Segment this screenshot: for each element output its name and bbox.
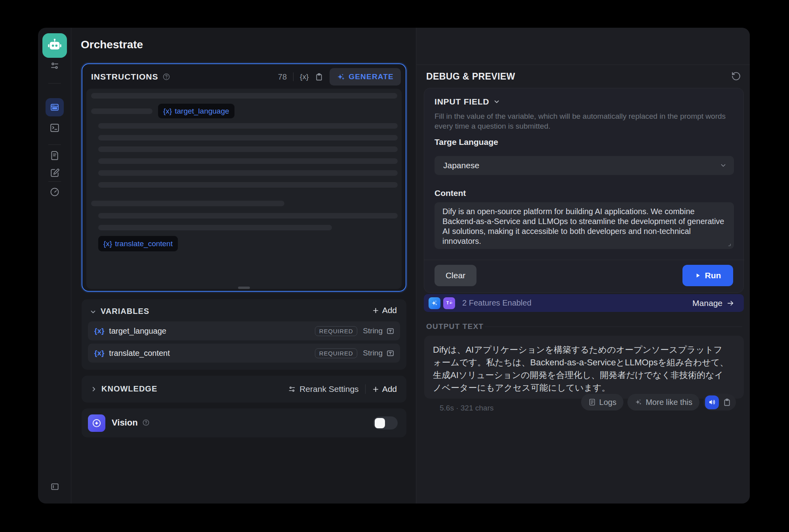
skeleton-bar (91, 93, 397, 99)
sidebar-divider (48, 83, 61, 84)
variable-icon: {x} (94, 349, 104, 357)
add-label: Add (382, 384, 397, 394)
sidebar (38, 28, 71, 504)
more-like-this-button[interactable]: More like this (627, 394, 699, 410)
variables-title: VARIABLES (101, 307, 149, 316)
more-like-this-label: More like this (646, 398, 692, 407)
logs-button[interactable]: Logs (581, 394, 623, 410)
toggle-knob (375, 418, 385, 428)
string-type-icon (386, 349, 394, 357)
prompt-editor[interactable]: {x} target_language {x} translate_conten… (86, 89, 402, 289)
speaker-button[interactable] (705, 395, 719, 409)
string-type-icon (386, 327, 394, 335)
copy-output-icon[interactable] (723, 398, 731, 407)
skeleton-bar (98, 213, 398, 218)
skeleton-bar (98, 182, 398, 188)
content-textarea[interactable]: Dify is an open-source platform for buil… (435, 202, 734, 249)
skeleton-bar (98, 135, 398, 141)
char-count: 78 (278, 72, 287, 82)
manage-label: Manage (692, 298, 722, 308)
input-field-title: INPUT FIELD (435, 97, 489, 106)
input-field-description: Fill in the value of the variable, which… (435, 111, 732, 131)
vision-feature-icon (88, 414, 105, 432)
variables-section: VARIABLES Add {x} target_language REQUIR… (82, 299, 406, 370)
skeleton-bar (98, 170, 398, 176)
sidebar-item-monitoring[interactable] (50, 187, 60, 197)
variable-chip[interactable]: {x} translate_content (98, 236, 178, 251)
variable-icon: {x} (103, 239, 112, 248)
input-field-card: INPUT FIELD Fill in the value of the var… (424, 88, 744, 293)
logs-label: Logs (599, 398, 616, 407)
clear-label: Clear (446, 271, 465, 280)
sidebar-item-terminal[interactable] (50, 123, 60, 133)
variable-icon: {x} (94, 327, 104, 335)
generate-button[interactable]: GENERATE (330, 68, 401, 86)
target-language-select[interactable]: Japanese (435, 156, 734, 175)
chevron-right-icon[interactable] (90, 386, 97, 393)
variable-name: target_language (109, 327, 166, 336)
add-knowledge-button[interactable]: Add (372, 384, 397, 394)
chevron-down-icon[interactable] (493, 98, 500, 105)
sidebar-item-logs[interactable] (50, 150, 60, 161)
skeleton-bar (98, 158, 398, 164)
knowledge-title: KNOWLEDGE (101, 384, 157, 393)
sidebar-item-annotation[interactable] (50, 168, 60, 178)
vision-title: Vision (112, 418, 138, 428)
add-label: Add (382, 306, 397, 315)
textarea-resize-icon (726, 241, 732, 247)
content-label: Content (435, 188, 466, 198)
help-icon[interactable] (142, 419, 150, 426)
variable-row[interactable]: {x} translate_content REQUIRED String (88, 344, 400, 363)
variable-chip-label: translate_content (115, 239, 173, 248)
features-enabled-text: 2 Features Enabled (462, 298, 532, 308)
chevron-down-icon (720, 162, 727, 169)
page-title: Orchestrate (81, 38, 143, 51)
instructions-panel: INSTRUCTIONS 78 {x} (82, 63, 406, 292)
sparkles-icon (337, 73, 345, 81)
tts-feature-icon: T (443, 297, 455, 309)
topbar-bottom-border (416, 65, 750, 65)
model-settings-icon[interactable] (50, 61, 59, 70)
skeleton-bar (91, 108, 152, 114)
moderation-feature-icon (429, 297, 440, 309)
variable-icon: {x} (163, 107, 172, 116)
skeleton-bar (98, 225, 332, 230)
skeleton-bar (91, 201, 284, 206)
copy-icon[interactable] (315, 73, 323, 81)
debug-title: DEBUG & PREVIEW (426, 71, 515, 82)
generate-label: GENERATE (349, 72, 394, 81)
audio-button-group (703, 394, 736, 410)
app-logo[interactable] (42, 33, 67, 58)
variable-row[interactable]: {x} target_language REQUIRED String (88, 321, 400, 340)
clear-button[interactable]: Clear (435, 265, 476, 286)
plus-icon (372, 307, 379, 314)
features-bar[interactable]: T 2 Features Enabled Manage (424, 294, 744, 312)
add-variable-button[interactable]: Add (372, 306, 397, 315)
vision-section: Vision (82, 408, 406, 437)
insert-variable-icon[interactable]: {x} (300, 72, 309, 81)
rerank-settings-button[interactable]: Rerank Settings (288, 384, 358, 394)
app-window: Orchestrate ✻ GPT-4o CHAT (38, 28, 750, 504)
target-language-label: Targe Language (435, 137, 498, 147)
variable-name: translate_content (109, 349, 170, 358)
svg-text:T: T (446, 301, 449, 305)
variable-chip[interactable]: {x} target_language (158, 104, 234, 118)
divider (365, 384, 366, 394)
help-icon[interactable] (162, 73, 170, 81)
orchestrate-window-icon (50, 103, 59, 112)
sidebar-item-orchestrate[interactable] (46, 98, 64, 116)
run-button[interactable]: Run (682, 265, 733, 286)
variable-chip-label: target_language (175, 107, 229, 116)
play-icon (695, 272, 701, 279)
arrow-right-icon (726, 299, 734, 307)
output-text: Difyは、AIアプリケーションを構築するためのオープンソースプラットフォームで… (433, 344, 731, 394)
reset-icon[interactable] (731, 71, 741, 81)
rerank-icon (288, 385, 296, 393)
collapse-sidebar-icon[interactable] (50, 482, 59, 491)
chevron-down-icon[interactable] (90, 308, 97, 315)
resize-handle[interactable] (238, 287, 250, 289)
plus-icon (372, 386, 379, 393)
vision-toggle[interactable] (373, 416, 398, 429)
output-card: Difyは、AIアプリケーションを構築するためのオープンソースプラットフォームで… (424, 336, 744, 399)
instructions-title: INSTRUCTIONS (91, 72, 158, 82)
